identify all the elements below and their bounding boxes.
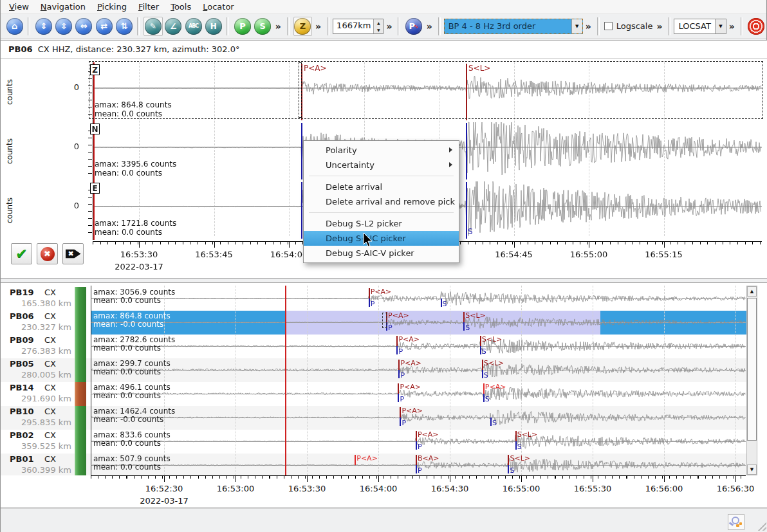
distance-spinbox[interactable]: 1667km ▲▼ — [333, 19, 383, 34]
context-menu-item[interactable]: Delete arrival and remove pick — [304, 194, 459, 209]
toolbar-overflow-button[interactable]: » — [583, 21, 594, 32]
zoom-horizontal-in-button[interactable]: ⇄ — [95, 17, 113, 36]
toolbar-overflow-button[interactable]: » — [313, 21, 324, 32]
menu-view[interactable]: View — [3, 1, 35, 13]
filter-select[interactable]: BP 4 - 8 Hz 3rd order ▼ — [444, 19, 583, 34]
zoom-vertical-out-button[interactable]: ⇕ — [34, 17, 53, 36]
ruler-tool-button[interactable]: ✎ — [143, 17, 162, 36]
toolbar-overflow-button[interactable]: » — [654, 21, 665, 32]
relocate-button[interactable] — [747, 17, 766, 36]
phase-pick-line[interactable] — [396, 346, 398, 354]
trace-list-row-pb01[interactable]: PB01CX360.399 kmamax: 507.9 countsmean: … — [1, 454, 757, 475]
phase-pick-line[interactable] — [482, 370, 483, 378]
menu-navigation[interactable]: Navigation — [35, 1, 91, 13]
spinbox-arrows[interactable]: ▲▼ — [373, 19, 383, 33]
phase-pick-line[interactable] — [398, 394, 399, 402]
context-menu-item[interactable]: Debug S-AIC-V picker — [304, 246, 459, 261]
trace-list-row-pb10[interactable]: PB10CX295.835 kmamax: 1462.4 countsmean:… — [1, 406, 757, 430]
phase-pick-line[interactable] — [400, 417, 401, 426]
home-button[interactable]: ⌂ — [5, 17, 24, 36]
toolbar-overflow-button[interactable]: » — [424, 21, 435, 32]
trace-list-row-pb02[interactable]: PB02CX359.525 kmamax: 833.6 countsmean: … — [1, 430, 757, 454]
pick-line[interactable] — [416, 455, 417, 465]
menu-locator[interactable]: Locator — [197, 1, 239, 13]
pick-line[interactable] — [369, 288, 370, 298]
pick-line[interactable] — [416, 431, 417, 441]
vertical-scrollbar[interactable]: ▲ ▼ — [746, 286, 757, 475]
trace-list-row-pb09[interactable]: PB09CX276.383 kmamax: 2782.6 countsmean:… — [1, 335, 757, 358]
phase-pick-line[interactable] — [483, 394, 485, 402]
pick-line[interactable] — [480, 336, 481, 346]
phase-pick-line[interactable] — [441, 298, 442, 307]
trace-list[interactable]: PB19CX165.380 kmamax: 3056.9 countsmean:… — [1, 286, 757, 475]
toolbar-overflow-button[interactable]: » — [726, 21, 737, 32]
pick-line[interactable] — [355, 455, 356, 465]
pick-line-s[interactable] — [466, 123, 467, 179]
phase-pick-line[interactable] — [480, 346, 481, 354]
confirm-pick-button[interactable]: ✔ — [11, 243, 32, 264]
pick-line[interactable] — [515, 431, 517, 441]
context-menu-item[interactable]: Polarity — [304, 143, 459, 158]
zoom-mode-button[interactable] — [728, 514, 744, 530]
skip-station-button[interactable]: ✖ — [62, 243, 84, 264]
window-resize-grip[interactable] — [756, 520, 766, 531]
context-menu-item[interactable]: Delete arrival — [304, 179, 459, 194]
distance-spinbox-value[interactable]: 1667km — [333, 19, 373, 33]
menu-filter[interactable]: Filter — [133, 1, 165, 13]
trace-list-row-pb19[interactable]: PB19CX165.380 kmamax: 3056.9 countsmean:… — [1, 287, 757, 311]
scrollbar-handle[interactable] — [747, 298, 757, 441]
spin-up-icon[interactable]: ▲ — [374, 19, 383, 26]
locator-select[interactable]: LOCSAT ▼ — [674, 19, 726, 34]
phase-pick-line[interactable] — [515, 441, 517, 450]
menu-picking[interactable]: Picking — [91, 1, 133, 13]
phase-pick-line[interactable] — [490, 417, 492, 426]
logscale-checkbox[interactable] — [604, 22, 613, 30]
spin-down-icon[interactable]: ▼ — [374, 26, 383, 33]
phase-pick-line[interactable] — [463, 322, 465, 331]
pick-line-p[interactable] — [301, 123, 302, 179]
logscale-toggle[interactable]: Logscale — [603, 21, 654, 31]
context-menu-item[interactable]: Uncertainty — [304, 158, 459, 172]
pick-label: P<A> — [371, 288, 392, 296]
angle-tool-button[interactable]: ∠ — [164, 17, 183, 36]
scroll-up-button[interactable]: ▲ — [747, 286, 757, 297]
pick-line-s[interactable] — [466, 182, 467, 239]
dropdown-arrow-icon[interactable]: ▼ — [571, 19, 582, 33]
phase-pick-line[interactable] — [398, 370, 400, 378]
zoom-horizontal-out-button[interactable]: ⇔ — [75, 17, 93, 36]
pick-line[interactable] — [398, 360, 400, 370]
pick-s-button[interactable]: S — [254, 17, 272, 36]
pick-line[interactable] — [463, 312, 465, 322]
trace-list-row-pb06[interactable]: PB06CX230.327 kmamax: 864.8 countsmean: … — [1, 311, 757, 335]
menu-tools[interactable]: Tools — [165, 1, 197, 13]
pick-line[interactable] — [396, 336, 398, 346]
zoom-vertical-in-button[interactable]: ⇳ — [54, 17, 73, 36]
context-menu-item[interactable]: Debug S-AIC picker — [304, 231, 459, 246]
pick-line[interactable] — [482, 360, 483, 370]
component-z-button[interactable]: Z — [293, 17, 312, 36]
axis-major-tick — [307, 475, 308, 482]
pick-line[interactable] — [508, 455, 509, 465]
phase-pick-line[interactable] — [508, 465, 509, 473]
pick-line[interactable] — [398, 383, 399, 394]
pick-line-p[interactable] — [301, 182, 302, 239]
axis-time-label: 16:54:45 — [485, 250, 543, 259]
align-pv-button[interactable]: P∿ — [404, 17, 423, 36]
scroll-down-button[interactable]: ▼ — [747, 464, 757, 475]
dropdown-arrow-icon[interactable]: ▼ — [715, 19, 726, 33]
amplitude-tool-button[interactable]: H — [204, 17, 223, 36]
reject-pick-button[interactable]: ✖ — [37, 243, 58, 264]
toolbar-overflow-button[interactable]: » — [273, 21, 284, 32]
pick-line[interactable] — [400, 407, 401, 417]
trace-list-row-pb14[interactable]: PB14CX291.690 kmamax: 496.1 countsmean: … — [1, 382, 757, 406]
phase-pick-line[interactable] — [416, 465, 417, 473]
phase-pick-line[interactable] — [369, 298, 370, 307]
annotate-tool-button[interactable]: ABC — [184, 17, 203, 36]
zoom-reset-button[interactable]: ⇅ — [115, 17, 133, 36]
trace-list-row-pb05[interactable]: PB05CX280.005 kmamax: 299.7 countsmean: … — [1, 358, 757, 382]
pick-line[interactable] — [483, 383, 485, 394]
toolbar-overflow-button[interactable]: » — [383, 21, 394, 32]
phase-pick-line[interactable] — [416, 441, 417, 450]
pick-p-button[interactable]: P — [233, 17, 252, 36]
context-menu-item[interactable]: Debug S-L2 picker — [304, 216, 459, 231]
